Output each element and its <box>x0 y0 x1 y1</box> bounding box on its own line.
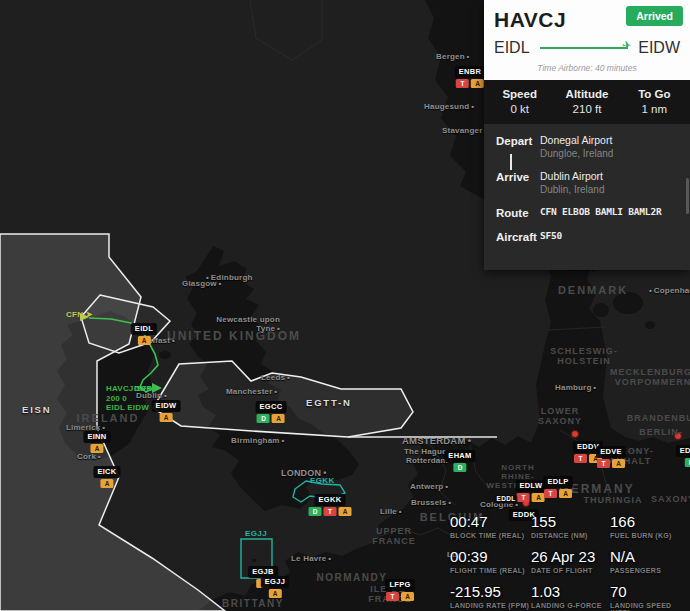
badge-t: T <box>456 79 469 88</box>
airport-label-einn[interactable]: EINNA <box>83 425 110 453</box>
region-label-mecklenburg-vorpommern: MECKLENBURG-VORPOMMERN <box>610 367 690 388</box>
detail-value: Dublin Airport <box>540 170 604 182</box>
detail-label: Aircraft <box>496 230 540 243</box>
detail-value: SF50 <box>540 230 562 241</box>
flight-summary-card: HAVCJ Arrived EIDL ✈ EIDW Time Airborne:… <box>484 0 690 80</box>
city-label-copenhagen: • Copenhagen <box>649 286 690 295</box>
stat-passengers: N/APASSENGERS <box>610 548 688 574</box>
airport-label-eidw[interactable]: EIDWA <box>152 394 181 422</box>
badge-a: A <box>471 79 484 88</box>
airport-label-edlp[interactable]: EDLPTA <box>543 470 573 498</box>
region-label-brandenburg: BRANDENBURG <box>627 413 690 423</box>
quickstat-to-go: To Go1 nm <box>621 88 688 115</box>
stat-landing-rate-fpm: -215.95LANDING RATE (FPM) <box>450 583 531 611</box>
stat-value: 00:39 <box>450 548 531 565</box>
stat-distance-nm: 155DISTANCE (NM) <box>531 513 610 539</box>
airport-code[interactable]: ENBR <box>455 66 485 78</box>
airport-badges: A <box>261 589 289 598</box>
detail-row-aircraft: AircraftSF50 <box>496 230 690 243</box>
airport-badges: DTA <box>308 507 353 516</box>
badge-d: D <box>453 463 466 472</box>
region-label-lower-saxony: LOWERSAXONY <box>538 406 582 427</box>
stat-label: DISTANCE (NM) <box>531 532 610 539</box>
region-label-upper-france: UPPERFRANCE <box>372 526 416 547</box>
airport-code[interactable]: EDLW <box>516 480 547 492</box>
badge-a: A <box>91 444 104 453</box>
airport-label-egkk[interactable]: EGKKDTA <box>308 488 353 516</box>
stat-label: LANDING G-FORCE <box>531 602 610 609</box>
airport-badges: TA <box>543 489 573 498</box>
badge-a: A <box>272 414 285 423</box>
airport-label-lfpg[interactable]: LFPGTA <box>385 573 415 601</box>
airport-code[interactable]: EINN <box>83 431 110 443</box>
airport-label-egjj[interactable]: EGJJA <box>261 570 289 598</box>
flight-tracker-app: UNITED KINGDOMIRELANDDENMARKSCHLESWIG-HO… <box>0 0 690 611</box>
stat-label: LANDING RATE (FPM) <box>450 602 531 609</box>
sector-label-eisn: EISN <box>22 404 51 415</box>
airport-label-eham[interactable]: EHAMD <box>444 444 475 472</box>
stat-value: -215.95 <box>450 583 531 600</box>
airport-badges: TA <box>596 459 626 468</box>
airport-code[interactable]: EICK <box>93 466 120 478</box>
stat-value: 166 <box>610 513 688 530</box>
depart-arrive-connector <box>510 154 512 170</box>
airport-label-edlw[interactable]: EDLWTA <box>516 474 547 502</box>
stat-date-of-flight: 26 Apr 23DATE OF FLIGHT <box>531 548 610 574</box>
airport-badges: A <box>152 413 181 422</box>
airport-label-enbr[interactable]: ENBRTA <box>455 60 485 88</box>
airport-code[interactable]: EDDL <box>495 495 518 504</box>
scrollbar-thumb[interactable] <box>686 178 689 214</box>
airport-code[interactable]: EGCC <box>256 401 287 413</box>
city-label-antwerp: Antwerp • <box>410 482 448 491</box>
badge-t: T <box>324 507 337 516</box>
badge-a: A <box>268 589 281 598</box>
quickstat-label: Altitude <box>553 88 620 100</box>
destination-icao[interactable]: EIDW <box>638 39 680 57</box>
airport-code[interactable]: EIDL <box>131 323 157 335</box>
flight-stats-grid: 00:47BLOCK TIME (REAL)155DISTANCE (NM)16… <box>450 513 690 611</box>
flight-details: DepartDonegal AirportDungloe, IrelandArr… <box>484 124 690 270</box>
airport-code[interactable]: EIDW <box>152 400 181 412</box>
city-label-haugesund: Haugesund • <box>424 102 474 111</box>
stat-landing-g-force: 1.03LANDING G-FORCE <box>531 583 610 611</box>
badge-a: A <box>612 459 625 468</box>
city-label-birmingham: Birmingham • <box>231 436 284 445</box>
detail-row-arrive: ArriveDublin AirportDublin, Ireland <box>496 170 690 195</box>
stat-label: DATE OF FLIGHT <box>531 567 610 574</box>
route-progress-line: ✈ <box>540 47 629 49</box>
airport-code[interactable]: EHAM <box>444 450 475 462</box>
badge-a: A <box>339 507 352 516</box>
airport-label-eidl[interactable]: EIDLA <box>131 317 157 345</box>
airport-label-egcc[interactable]: EGCCDA <box>256 395 287 423</box>
badge-a: A <box>160 413 173 422</box>
airport-label-edve[interactable]: EDVETA <box>596 440 626 468</box>
origin-icao[interactable]: EIDL <box>494 39 530 57</box>
airport-label-eick[interactable]: EICKA <box>93 460 120 488</box>
airport-label-eddl[interactable]: EDDL <box>495 487 518 505</box>
airport-code[interactable]: EGJJ <box>261 576 289 588</box>
detail-subvalue: Dublin, Ireland <box>540 184 604 195</box>
airport-code[interactable]: EDLP <box>543 476 572 488</box>
airport-label-eddb[interactable]: EDDBD <box>676 439 690 467</box>
airport-badges: TA <box>385 592 415 601</box>
airspace-label-egjj: EGJJ <box>245 529 267 538</box>
city-label-lille: Lille • <box>380 507 402 516</box>
badge-a: A <box>137 336 150 345</box>
city-label-newcastle-upon-tyne: Newcastle uponTyne • <box>216 315 280 333</box>
stat-value: 00:47 <box>450 513 531 530</box>
flight-datablock[interactable]: HAVCJ SF50200 0EIDL EIDW <box>106 384 156 413</box>
region-label-saxony: SAXONY <box>651 494 690 504</box>
airport-code[interactable]: EDDB <box>676 445 690 457</box>
sector-label-egtt-n: EGTT-N <box>306 397 352 408</box>
airport-code[interactable]: EGKK <box>315 494 346 506</box>
quickstat-label: Speed <box>486 88 553 100</box>
stat-value: 155 <box>531 513 610 530</box>
stat-value: N/A <box>610 548 688 565</box>
status-badge[interactable]: Arrived <box>626 6 683 26</box>
airport-code[interactable]: EDVE <box>596 446 626 458</box>
region-label-thuringia: THURINGIA <box>584 495 643 505</box>
airport-code[interactable]: LFPG <box>385 579 414 591</box>
quickstat-label: To Go <box>621 88 688 100</box>
detail-row-route: RouteCFN ELBOB BAMLI BAML2R <box>496 206 690 219</box>
badge-d: D <box>684 458 690 467</box>
